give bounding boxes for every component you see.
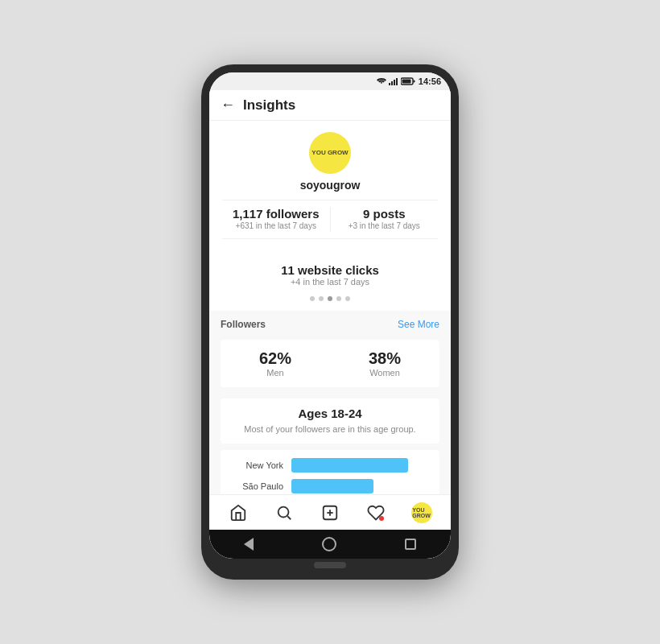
women-stat: 38% Women [369,349,401,378]
nav-profile-button[interactable]: YOUGROW [410,502,433,524]
location-section: New York São Paulo [221,450,439,494]
android-back-button[interactable] [244,538,254,551]
status-time: 14:56 [419,76,441,86]
men-label: Men [266,368,283,378]
dot-3 [328,296,332,301]
svg-line-8 [287,516,291,519]
svg-rect-2 [394,80,395,85]
dot-4 [336,296,341,301]
stats-row: 1,117 followers +631 in the last 7 days … [222,200,438,239]
location-name-1: São Paulo [232,481,283,491]
app-screen: ← Insights YOU GROW soyougrow 1,117 foll… [209,90,451,530]
avatar: YOU GROW [309,132,351,174]
age-description: Most of your followers are in this age g… [232,423,428,436]
carousel-dots [310,296,350,301]
wifi-icon [377,77,386,85]
men-stat: 62% Men [259,349,291,378]
men-percentage: 62% [259,349,291,368]
avatar-text: YOU GROW [311,149,348,157]
svg-rect-3 [396,78,398,85]
status-bar: 14:56 [209,72,451,90]
scroll-content: YOU GROW soyougrow 1,117 followers +631 … [209,121,451,494]
followers-sub: +631 in the last 7 days [236,221,316,232]
svg-rect-6 [402,80,410,84]
android-recents-button[interactable] [405,539,416,550]
status-icons [377,77,415,85]
username: soyougrow [300,179,361,192]
nav-search-button[interactable] [273,502,295,524]
followers-label: Followers [221,319,266,330]
dot-2 [319,296,324,301]
location-bar-container-1 [291,479,428,493]
bottom-nav: YOUGROW [209,494,451,530]
followers-section: Followers See More 62% Men 38% Women [209,311,451,494]
dot-1 [310,296,315,301]
app-header: ← Insights [209,90,451,121]
nub-circle [314,562,346,568]
nav-avatar: YOUGROW [411,502,432,523]
posts-stat: 9 posts +3 in the last 7 days [331,207,439,232]
location-bar-container-0 [291,458,428,473]
age-title: Ages 18-24 [232,407,428,420]
dot-5 [345,296,350,301]
phone-nub [209,559,451,572]
posts-count: 9 posts [363,207,406,221]
notification-dot [379,516,384,521]
see-more-button[interactable]: See More [398,319,439,330]
followers-count: 1,117 followers [233,207,320,221]
android-home-button[interactable] [322,537,336,551]
posts-sub: +3 in the last 7 days [349,221,420,232]
back-button[interactable]: ← [221,97,235,114]
location-bar-1 [291,479,373,493]
signal-icon [389,77,398,85]
website-clicks: 11 website clicks [281,263,379,277]
location-row-0: New York [232,458,428,473]
website-section: 11 website clicks +4 in the last 7 days [209,255,451,308]
nav-add-button[interactable] [319,502,341,524]
phone-frame: 14:56 ← Insights YOU GROW soyougrow [201,64,459,580]
svg-rect-0 [389,83,390,85]
followers-header: Followers See More [221,319,439,330]
nav-heart-button[interactable] [365,502,387,524]
followers-stat: 1,117 followers +631 in the last 7 days [222,207,330,232]
page-title: Insights [243,97,295,114]
location-name-0: New York [232,460,283,470]
website-sub: +4 in the last 7 days [291,277,369,287]
android-nav [209,530,451,559]
svg-rect-5 [413,80,415,83]
women-label: Women [369,368,400,378]
gender-row: 62% Men 38% Women [221,340,439,387]
svg-point-7 [278,506,289,517]
women-percentage: 38% [369,349,401,368]
phone-screen: 14:56 ← Insights YOU GROW soyougrow [209,72,451,559]
profile-section: YOU GROW soyougrow 1,117 followers +631 … [209,121,451,255]
age-section: Ages 18-24 Most of your followers are in… [221,398,439,444]
location-row-1: São Paulo [232,479,428,493]
svg-rect-1 [391,81,393,85]
location-bar-0 [291,458,408,473]
nav-home-button[interactable] [227,502,250,524]
battery-icon [401,77,415,85]
